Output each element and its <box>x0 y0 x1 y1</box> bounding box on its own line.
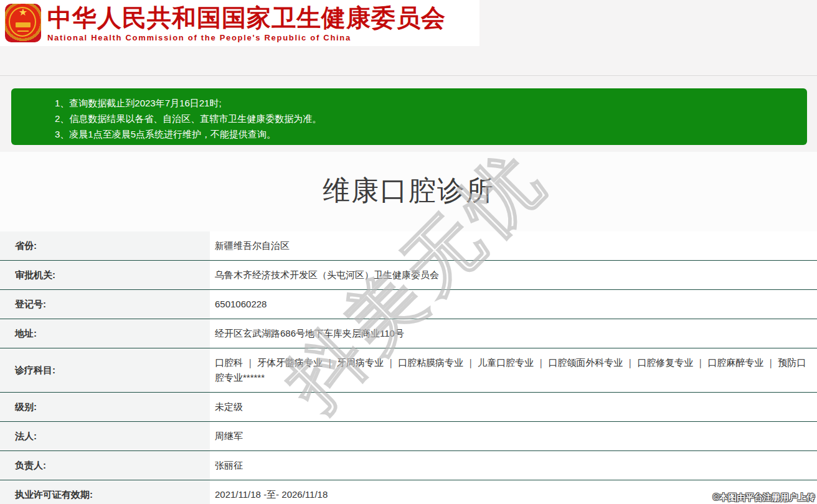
row-label: 法人: <box>0 422 210 450</box>
site-title-english: National Health Commission of the People… <box>47 33 446 42</box>
table-row-license-validity: 执业许可证有效期: 2021/11/18 -至- 2026/11/18 <box>0 480 817 504</box>
table-row-address: 地址: 经开区玄武湖路686号地下车库夹层商业110号 <box>0 319 817 348</box>
row-value: 经开区玄武湖路686号地下车库夹层商业110号 <box>210 319 817 348</box>
row-label: 负责人: <box>0 451 210 480</box>
header-titles: 中华人民共和国国家卫生健康委员会 National Health Commiss… <box>47 4 446 42</box>
table-row-registration-number: 登记号: 6501060228 <box>0 290 817 319</box>
row-value: 乌鲁木齐经济技术开发区（头屯河区）卫生健康委员会 <box>210 261 817 289</box>
page-header: ★ 中华人民共和国国家卫生健康委员会 National Health Commi… <box>0 0 817 46</box>
site-title-chinese: 中华人民共和国国家卫生健康委员会 <box>47 4 446 32</box>
notice-section: 1、查询数据截止到2023年7月16日21时; 2、信息数据结果以各省、自治区、… <box>0 76 817 152</box>
table-row-level: 级别: 未定级 <box>0 393 817 422</box>
row-value: 口腔科 ｜ 牙体牙髓病专业 ｜ 牙周病专业 ｜ 口腔粘膜病专业 ｜ 儿童口腔专业… <box>210 348 817 392</box>
table-row-province: 省份: 新疆维吾尔自治区 <box>0 231 817 261</box>
row-value: 6501060228 <box>210 290 817 319</box>
row-label: 地址: <box>0 319 210 348</box>
row-label: 登记号: <box>0 290 210 319</box>
table-row-approval-authority: 审批机关: 乌鲁木齐经济技术开发区（头屯河区）卫生健康委员会 <box>0 261 817 290</box>
result-content: 维康口腔诊所 省份: 新疆维吾尔自治区 审批机关: 乌鲁木齐经济技术开发区（头屯… <box>0 152 817 504</box>
table-row-person-in-charge: 负责人: 张丽征 <box>0 451 817 480</box>
notice-box: 1、查询数据截止到2023年7月16日21时; 2、信息数据结果以各省、自治区、… <box>11 88 807 145</box>
clinic-name-title: 维康口腔诊所 <box>0 152 817 209</box>
notice-item-1: 1、查询数据截止到2023年7月16日21时; <box>55 95 795 111</box>
header-divider-band <box>0 46 817 76</box>
row-value: 周继军 <box>210 422 817 450</box>
row-label: 诊疗科目: <box>0 348 210 392</box>
row-value: 张丽征 <box>210 451 817 480</box>
emblem-star-icon: ★ <box>5 7 41 17</box>
emblem-gate <box>16 22 31 27</box>
row-value: 未定级 <box>210 393 817 421</box>
national-emblem-icon: ★ <box>5 4 41 42</box>
notice-item-2: 2、信息数据结果以各省、自治区、直辖市卫生健康委数据为准。 <box>55 111 795 126</box>
copyright-watermark: ©本图由平台注册用户上传 <box>713 492 815 503</box>
row-value: 新疆维吾尔自治区 <box>210 231 817 260</box>
header-logo-block: ★ 中华人民共和国国家卫生健康委员会 National Health Commi… <box>0 0 479 46</box>
row-label: 审批机关: <box>0 261 210 289</box>
table-row-treatment-subjects: 诊疗科目: 口腔科 ｜ 牙体牙髓病专业 ｜ 牙周病专业 ｜ 口腔粘膜病专业 ｜ … <box>0 348 817 393</box>
row-label: 级别: <box>0 393 210 421</box>
row-label: 省份: <box>0 231 210 260</box>
notice-item-3: 3、凌晨1点至凌晨5点系统进行维护，不能提供查询。 <box>55 126 795 142</box>
clinic-info-table: 省份: 新疆维吾尔自治区 审批机关: 乌鲁木齐经济技术开发区（头屯河区）卫生健康… <box>0 231 817 504</box>
table-row-legal-person: 法人: 周继军 <box>0 422 817 451</box>
row-label: 执业许可证有效期: <box>0 480 210 504</box>
